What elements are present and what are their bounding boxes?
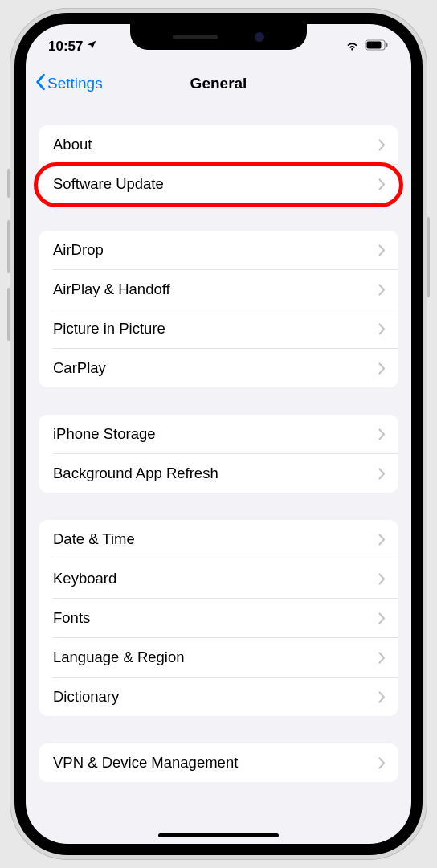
chevron-right-icon: [378, 534, 386, 546]
back-button[interactable]: Settings: [34, 73, 103, 95]
settings-row-label: Keyboard: [53, 570, 116, 588]
phone-bezel: 10:57: [14, 13, 423, 855]
settings-row[interactable]: Date & Time: [39, 520, 398, 559]
chevron-right-icon: [378, 323, 386, 335]
chevron-right-icon: [378, 691, 386, 703]
settings-row[interactable]: iPhone Storage: [39, 415, 398, 453]
chevron-right-icon: [378, 573, 386, 585]
svg-rect-2: [367, 42, 382, 49]
settings-row[interactable]: CarPlay: [39, 349, 398, 387]
settings-row-label: Picture in Picture: [53, 320, 165, 338]
phone-frame: 10:57: [10, 8, 427, 860]
chevron-right-icon: [378, 178, 386, 190]
chevron-right-icon: [378, 757, 386, 769]
settings-row-label: iPhone Storage: [53, 425, 156, 443]
settings-row[interactable]: Keyboard: [39, 559, 398, 598]
location-icon: [86, 39, 97, 55]
settings-row-label: About: [53, 136, 92, 154]
volume-down: [7, 288, 10, 341]
settings-row[interactable]: AirDrop: [39, 231, 398, 269]
speaker: [173, 35, 218, 39]
settings-group: Date & TimeKeyboardFontsLanguage & Regio…: [39, 520, 398, 716]
settings-group: AirDropAirPlay & HandoffPicture in Pictu…: [39, 231, 398, 387]
settings-row[interactable]: Software Update: [39, 165, 398, 203]
settings-content[interactable]: AboutSoftware UpdateAirDropAirPlay & Han…: [26, 103, 411, 833]
right-side-buttons: [427, 217, 430, 321]
screen: 10:57: [26, 24, 411, 844]
mute-switch: [7, 169, 10, 198]
settings-row-label: Software Update: [53, 175, 164, 193]
wifi-icon: [345, 39, 360, 55]
chevron-right-icon: [378, 612, 386, 624]
settings-row[interactable]: Picture in Picture: [39, 309, 398, 348]
front-camera: [255, 32, 264, 42]
volume-up: [7, 220, 10, 273]
settings-row[interactable]: About: [39, 125, 398, 164]
chevron-right-icon: [378, 652, 386, 664]
chevron-right-icon: [378, 428, 386, 440]
clock: 10:57: [48, 39, 83, 55]
chevron-left-icon: [34, 73, 47, 95]
settings-row-label: AirPlay & Handoff: [53, 280, 170, 298]
settings-row[interactable]: AirPlay & Handoff: [39, 270, 398, 309]
chevron-right-icon: [378, 244, 386, 256]
settings-group: AboutSoftware Update: [39, 125, 398, 203]
back-label: Settings: [47, 75, 103, 92]
settings-row[interactable]: Dictionary: [39, 678, 398, 716]
chevron-right-icon: [378, 139, 386, 151]
settings-row-label: CarPlay: [53, 359, 106, 377]
settings-row[interactable]: Background App Refresh: [39, 454, 398, 493]
page-title: General: [190, 75, 247, 92]
svg-rect-1: [386, 43, 388, 47]
status-left: 10:57: [48, 39, 97, 55]
settings-row-label: Fonts: [53, 609, 90, 627]
left-side-buttons: [7, 169, 10, 355]
notch: [130, 24, 307, 50]
power-button: [427, 217, 430, 297]
settings-group: iPhone StorageBackground App Refresh: [39, 415, 398, 493]
settings-group: VPN & Device Management: [39, 743, 398, 782]
settings-row-label: Language & Region: [53, 649, 185, 666]
settings-row[interactable]: Language & Region: [39, 638, 398, 677]
home-indicator[interactable]: [158, 833, 279, 837]
settings-row-label: Dictionary: [53, 688, 119, 706]
battery-icon: [365, 39, 389, 55]
chevron-right-icon: [378, 362, 386, 375]
settings-row-label: VPN & Device Management: [53, 754, 238, 772]
chevron-right-icon: [378, 284, 386, 296]
settings-row-label: Date & Time: [53, 530, 135, 548]
settings-row-label: Background App Refresh: [53, 465, 218, 482]
chevron-right-icon: [378, 468, 386, 480]
status-right: [345, 39, 389, 55]
settings-row[interactable]: Fonts: [39, 599, 398, 637]
settings-row[interactable]: VPN & Device Management: [39, 743, 398, 782]
nav-bar: Settings General: [26, 64, 411, 103]
settings-row-label: AirDrop: [53, 241, 104, 259]
